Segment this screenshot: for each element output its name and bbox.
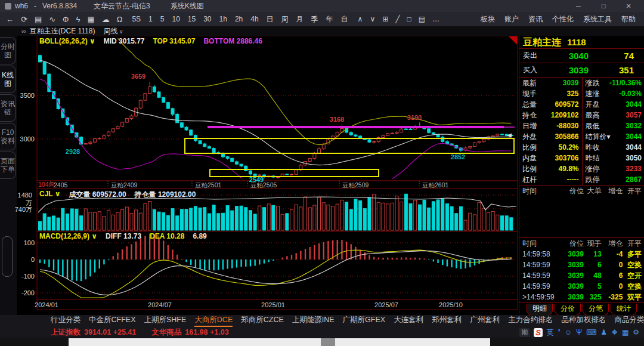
market-nav-品种加权排名[interactable]: 品种加权排名 [561,315,606,327]
quote-label-dropdown[interactable]: 结算价▾ [583,132,611,142]
index-value: 161.98 +1.03 [185,328,228,336]
quote-value: -11/0.36% [600,79,644,87]
bid-price[interactable]: 3039 [549,65,589,75]
tick-row: 14:59:593039486空开 [519,270,644,281]
tick-time: 14:59:58 [519,250,559,258]
quote-value: 2867 [600,175,644,184]
tick-qty: 6 [584,261,602,269]
quote-value: -0.03% [600,89,644,98]
ask-price[interactable]: 3040 [549,51,589,61]
instrument-name: 豆粕主连 [523,36,561,49]
tick-time: 14:59:59 [519,282,559,291]
quote-tab-统计[interactable]: 统计 [611,304,637,316]
quote-cell: 最低3032 [582,121,644,131]
tick-qty: 5 [584,282,602,291]
market-nav-上期所SHFE[interactable]: 上期所SHFE [144,315,186,327]
tray-chip: 期 [519,328,530,337]
status-bar: 上证指数3914.01 +25.41文华商品161.98 +1.03 期S英❜☺… [0,327,644,338]
quote-cell: 总量609572 [519,99,582,110]
market-nav-广期所GFEX[interactable]: 广期所GFEX [343,315,386,327]
tick-list-section: 时间价位现手增仓开平14:59:58303913-4多平14:59:593039… [519,238,644,302]
column-header: 增仓 [602,239,623,249]
index-value: 3914.01 +25.41 [84,328,136,336]
quote-value: 49.8% [537,165,582,173]
column-header: 时间 [519,186,559,196]
quote-cell: 涨跌-11/0.36% [582,78,644,88]
big-order-header: 时间价位大单增仓开平 [519,186,644,196]
keyboard-icon[interactable]: ⌨ [586,328,596,336]
sogou-logo-icon[interactable]: S [534,328,543,337]
tick-price: 3039 [559,293,584,301]
quote-label: 总量 [519,100,537,110]
index-name: 文华商品 [151,328,181,336]
quote-tab-分价[interactable]: 分价 [555,304,581,316]
market-nav-大连套利[interactable]: 大连套利 [394,315,423,327]
market-nav-上期能源INE[interactable]: 上期能源INE [292,315,335,327]
settings-icon[interactable]: ⚙ [633,328,639,336]
skin-icon[interactable]: ❖ [611,328,618,336]
quote-tab-分笔[interactable]: 分笔 [583,304,609,316]
quote-value: 50.2% [537,143,582,152]
market-nav-广州套利[interactable]: 广州套利 [470,315,500,327]
quote-row: 总量609572开盘3044 [519,99,644,110]
column-header: 价位 [559,239,584,249]
market-nav-大商所DCE[interactable]: 大商所DCE [194,315,233,327]
column-header: 价位 [559,186,584,196]
bid-qty: 351 [589,65,644,75]
quote-label: 外盘 [519,132,537,142]
emoji-icon[interactable]: ☺ [565,328,572,336]
tick-price: 3039 [559,282,584,291]
cjl-indicator-name[interactable]: CJL ∨ [39,190,61,200]
taskbar-window-preview-2[interactable] [335,338,490,346]
index-quote-文华商品: 文华商品161.98 +1.03 [151,328,228,338]
ask-label: 卖出 [519,51,549,61]
market-nav-主力合约排名[interactable]: 主力合约排名 [508,315,553,327]
quote-label: 现手 [519,89,537,99]
boll-indicator-name[interactable]: BOLL(26,26,2) ∨ [39,37,95,45]
quote-cell: 结算价▾3044 [582,131,644,142]
quote-label: 最高 [583,110,600,121]
market-nav-行业分类[interactable]: 行业分类 [51,315,80,327]
taskbar-window-small[interactable] [321,338,335,346]
quote-row: 现手325速涨-0.03% [519,88,644,99]
quote-row: 比例50.2%昨收3044 [519,142,644,153]
quote-value: 325 [537,89,582,98]
quote-label: 最新 [519,78,537,88]
ime-tray: 期S英❜☺Ψ⌨♟❖▦⚙ [519,328,644,338]
market-nav-郑州套利[interactable]: 郑州套利 [432,315,462,327]
tick-time: >14:59:59 [519,293,559,301]
quote-panel-tabs: 明细分价分笔统计 [519,302,644,316]
macd-indicator-name[interactable]: MACD(12,26,9) ∨ [39,232,97,240]
taskbar-window-preview[interactable] [69,338,321,346]
tick-row: 14:59:59303950空换 [519,281,644,292]
quote-cell: 比例49.8% [519,163,582,174]
quote-tab-明细[interactable]: 明细 [527,304,553,316]
market-nav-商品分类指数[interactable]: 商品分类指数 [614,315,644,327]
tick-type: 空换 [623,260,644,270]
quote-title: 豆粕主连 1118 [519,36,644,49]
market-nav-中金所CFFEX[interactable]: 中金所CFFEX [89,315,135,327]
quote-row: 最新3039涨跌-11/0.36% [519,78,644,88]
toolbox-icon[interactable]: ▦ [622,328,628,336]
tick-type: 空换 [623,282,644,292]
quote-panel: 豆粕主连 1118 卖出 3040 74 买入 3039 351 最新3039涨… [519,36,644,314]
quote-grid: 最新3039涨跌-11/0.36%现手325速涨-0.03%总量609572开盘… [519,78,644,186]
quote-value: 3050 [600,154,644,162]
market-nav-郑商所CZCE[interactable]: 郑商所CZCE [241,315,284,327]
mic-icon[interactable]: Ψ [576,328,582,336]
quote-value: 3032 [600,122,644,130]
column-header: 开平 [623,239,644,249]
account-icon[interactable]: ♟ [600,328,607,336]
tick-time: 14:59:59 [519,261,559,269]
column-header: 增仓 [602,186,623,196]
quote-label: 开盘 [583,100,600,110]
tick-delta: -325 [602,293,623,301]
apostrophe-icon[interactable]: ❜ [558,328,561,336]
column-header: 现手 [584,239,602,249]
index-quotes: 上证指数3914.01 +25.41文华商品161.98 +1.03 [0,328,229,338]
ime-language-icon[interactable]: 英 [547,328,554,338]
quote-value: 3044 [600,100,644,109]
quote-label: 速涨 [583,89,600,99]
quote-label: 昨收 [583,143,600,153]
tick-row: 14:59:59303960空换 [519,260,644,270]
